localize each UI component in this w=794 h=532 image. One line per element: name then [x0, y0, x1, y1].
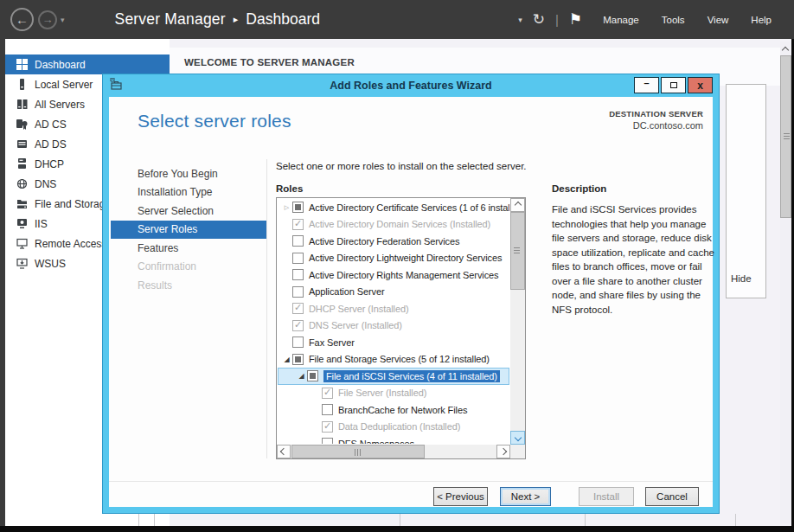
dashboard-grid-line	[400, 514, 400, 526]
scroll-left-button[interactable]	[277, 445, 291, 458]
role-row[interactable]: ◢File and iSCSI Services (4 of 11 instal…	[278, 368, 509, 385]
dialog-body: Select server roles DESTINATION SERVER D…	[109, 97, 713, 507]
role-checkbox[interactable]	[322, 404, 333, 415]
topbar-menus: ManageToolsViewHelp	[603, 15, 794, 25]
roles-vertical-scrollbar[interactable]	[510, 198, 525, 445]
role-row[interactable]: Active Directory Domain Services (Instal…	[278, 216, 509, 234]
role-checkbox[interactable]	[322, 421, 333, 433]
role-checkbox[interactable]	[292, 320, 304, 331]
role-row[interactable]: Active Directory Rights Management Servi…	[278, 266, 509, 284]
servers-icon	[16, 99, 28, 111]
sidebar-item-dashboard[interactable]: Dashboard	[5, 54, 170, 74]
wizard-nav: Before You BeginInstallation TypeServer …	[111, 164, 266, 295]
expander-expanded-icon[interactable]: ◢	[296, 372, 307, 380]
role-checkbox[interactable]	[292, 219, 304, 230]
back-button[interactable]: ←	[10, 8, 34, 31]
directory-icon	[16, 138, 28, 151]
role-label: Active Directory Certificate Services (1…	[309, 202, 509, 213]
role-checkbox[interactable]	[292, 202, 304, 213]
wizard-nav-before-you-begin[interactable]: Before You Begin	[111, 164, 266, 183]
previous-button[interactable]: < Previous	[433, 487, 488, 506]
roles-horizontal-scrollbar[interactable]	[277, 445, 510, 458]
menu-help[interactable]: Help	[751, 15, 772, 25]
scroll-up-icon[interactable]	[782, 47, 789, 54]
role-row[interactable]: Fax Server	[278, 334, 509, 351]
role-row[interactable]: ▷Active Directory Certificate Services (…	[278, 199, 509, 216]
sidebar-item-label: WSUS	[35, 258, 66, 270]
sidebar-item-label: AD DS	[35, 138, 67, 151]
role-checkbox[interactable]	[322, 438, 333, 444]
role-row[interactable]: Application Server	[278, 284, 509, 301]
role-label: File Server (Installed)	[338, 388, 426, 398]
footer-divider	[109, 481, 713, 482]
role-row[interactable]: DHCP Server (Installed)	[278, 300, 509, 317]
expander-collapsed-icon[interactable]: ▷	[281, 204, 292, 211]
nav-divider	[266, 159, 267, 458]
dialog-titlebar[interactable]: Add Roles and Features Wizard – x	[103, 74, 719, 97]
role-checkbox[interactable]	[322, 388, 333, 399]
horizontal-scrollbar-thumb[interactable]	[291, 445, 425, 458]
role-checkbox[interactable]	[292, 354, 304, 365]
sidebar-item-label: DNS	[35, 178, 56, 190]
role-row[interactable]: File Server (Installed)	[278, 385, 509, 402]
role-row[interactable]: BranchCache for Network Files	[278, 401, 509, 419]
refresh-icon[interactable]: ↻	[533, 10, 545, 29]
scroll-down-button[interactable]	[510, 431, 525, 445]
wsus-icon	[16, 258, 28, 270]
role-label: File and iSCSI Services (4 of 11 install…	[323, 370, 500, 382]
role-row[interactable]: DFS Namespaces	[278, 435, 509, 444]
dashboard-grid-line	[735, 514, 736, 526]
scrollbar-corner	[510, 445, 525, 458]
destination-server-label: DESTINATION SERVER	[609, 109, 703, 119]
wizard-nav-server-selection[interactable]: Server Selection	[111, 202, 266, 221]
role-checkbox[interactable]	[292, 286, 304, 298]
wizard-nav-server-roles[interactable]: Server Roles	[111, 221, 266, 240]
hide-link[interactable]: Hide	[731, 273, 752, 284]
role-row[interactable]: Active Directory Federation Services	[278, 233, 509, 250]
welcome-tile-edge: Hide	[726, 84, 766, 298]
wizard-nav-installation-type[interactable]: Installation Type	[111, 183, 266, 202]
dns-icon	[16, 178, 28, 190]
minimize-button[interactable]: –	[634, 77, 659, 93]
role-label: Active Directory Rights Management Servi…	[309, 270, 498, 280]
nav-history-caret-icon[interactable]: ▾	[61, 16, 65, 24]
dashboard-grid-line	[585, 514, 586, 526]
server-icon	[16, 79, 28, 91]
role-checkbox[interactable]	[307, 370, 318, 381]
add-roles-wizard-dialog: Add Roles and Features Wizard – x Select…	[102, 74, 720, 514]
sidebar-item-label: AD CS	[35, 119, 67, 131]
menu-manage[interactable]: Manage	[603, 15, 639, 25]
main-scrollbar-thumb[interactable]	[780, 55, 791, 218]
next-button[interactable]: Next >	[500, 487, 551, 506]
role-checkbox[interactable]	[292, 235, 304, 247]
cancel-button[interactable]: Cancel	[645, 487, 699, 506]
role-checkbox[interactable]	[292, 303, 304, 314]
dialog-title: Add Roles and Features Wizard	[103, 80, 719, 92]
wizard-nav-features[interactable]: Features	[111, 239, 266, 258]
role-row[interactable]: DNS Server (Installed)	[278, 317, 509, 335]
role-row[interactable]: Data Deduplication (Installed)	[278, 419, 509, 436]
role-row[interactable]: Active Directory Lightweight Directory S…	[278, 250, 509, 267]
notifications-flag-icon[interactable]: ⚑	[569, 10, 582, 29]
notifications-caret-icon[interactable]: ▾	[518, 16, 522, 24]
maximize-button[interactable]	[661, 77, 686, 93]
scroll-up-button[interactable]	[510, 198, 525, 212]
scroll-right-button[interactable]	[496, 445, 510, 458]
dashboard-grid-icon	[16, 59, 28, 71]
vertical-scrollbar-thumb[interactable]	[510, 212, 525, 290]
welcome-title: WELCOME TO SERVER MANAGER	[184, 57, 355, 67]
forward-button[interactable]: →	[38, 10, 57, 29]
role-row[interactable]: ◢File and Storage Services (5 of 12 inst…	[278, 351, 509, 369]
role-label: Active Directory Domain Services (Instal…	[309, 219, 490, 229]
role-checkbox[interactable]	[292, 337, 304, 348]
role-checkbox[interactable]	[292, 269, 304, 280]
main-window-scrollbar[interactable]	[780, 42, 791, 523]
expander-expanded-icon[interactable]: ◢	[281, 356, 292, 363]
menu-view[interactable]: View	[708, 15, 729, 25]
destination-server-block: DESTINATION SERVER DC.contoso.com	[609, 109, 703, 131]
menu-tools[interactable]: Tools	[662, 15, 685, 25]
close-button[interactable]: x	[688, 77, 713, 93]
sidebar-item-label: Local Server	[35, 79, 93, 91]
role-checkbox[interactable]	[292, 253, 304, 264]
window-left-edge	[0, 39, 5, 532]
